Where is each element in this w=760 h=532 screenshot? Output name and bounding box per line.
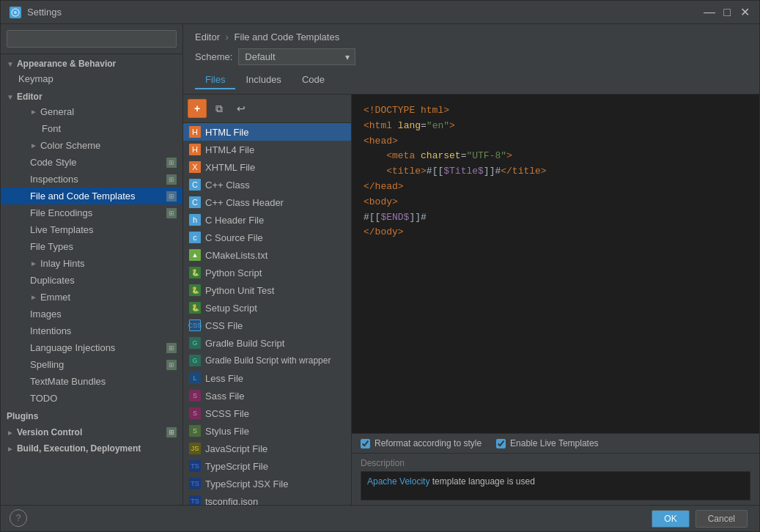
sidebar-item-inspections[interactable]: Inspections ⊞ xyxy=(1,171,182,188)
sidebar-item-language-injections[interactable]: Language Injections ⊞ xyxy=(1,339,182,356)
file-item-python-test[interactable]: 🐍 Python Unit Test xyxy=(183,281,351,299)
sidebar-item-images[interactable]: Images xyxy=(1,306,182,322)
file-icon-cpp-class: C xyxy=(189,179,201,191)
sidebar-item-live-templates[interactable]: Live Templates xyxy=(1,221,182,238)
scheme-select[interactable]: Default Project xyxy=(238,48,355,65)
file-label-sass: Sass File xyxy=(205,391,244,402)
app-icon xyxy=(10,7,21,18)
settings-icon-lang-inject: ⊞ xyxy=(166,343,177,353)
live-templates-option[interactable]: Enable Live Templates xyxy=(496,438,599,448)
search-box[interactable] xyxy=(1,24,182,54)
sidebar-label-build: Build, Execution, Deployment xyxy=(17,443,141,454)
file-item-js[interactable]: JS JavaScript File xyxy=(183,440,351,457)
live-templates-label: Enable Live Templates xyxy=(510,438,599,448)
scheme-label: Scheme: xyxy=(195,51,232,62)
file-label-xhtml: XHTML File xyxy=(205,162,255,173)
sidebar-item-plugins[interactable]: Plugins xyxy=(1,407,182,423)
code-line-2: <html lang="en"> xyxy=(364,119,748,134)
file-label-css: CSS File xyxy=(205,320,243,331)
description-text-suffix: template language is used xyxy=(429,476,534,487)
sidebar-item-general[interactable]: ► General xyxy=(1,103,182,120)
file-item-gradle[interactable]: G Gradle Build Script xyxy=(183,334,351,352)
file-label-tsconfig: tsconfig.json xyxy=(205,496,258,506)
file-label-c-header: C Header File xyxy=(205,215,264,226)
sidebar-item-textmate-bundles[interactable]: TextMate Bundles xyxy=(1,373,182,390)
file-item-html[interactable]: H HTML File xyxy=(183,123,351,141)
sidebar-item-version-control[interactable]: ► Version Control ⊞ xyxy=(1,423,182,439)
sidebar-label-file-encodings: File Encodings xyxy=(30,207,92,218)
search-input[interactable] xyxy=(7,30,177,48)
file-item-ts[interactable]: TS TypeScript File xyxy=(183,457,351,475)
sidebar-item-todo[interactable]: TODO xyxy=(1,390,182,407)
sidebar-item-keymap[interactable]: Keymap xyxy=(1,70,182,87)
sidebar-label-images: Images xyxy=(30,309,62,319)
file-label-stylus: Stylus File xyxy=(205,426,249,437)
file-item-c-header[interactable]: h C Header File xyxy=(183,211,351,229)
file-item-python-script[interactable]: 🐍 Python Script xyxy=(183,264,351,281)
sidebar-item-duplicates[interactable]: Duplicates xyxy=(1,272,182,289)
file-item-html4[interactable]: H HTML4 File xyxy=(183,141,351,158)
file-item-tsx[interactable]: TS TypeScript JSX File xyxy=(183,475,351,492)
file-item-setup[interactable]: 🐍 Setup Script xyxy=(183,299,351,317)
file-icon-python-test: 🐍 xyxy=(189,284,201,296)
sidebar-item-appearance[interactable]: ▼ Appearance & Behavior xyxy=(1,54,182,70)
sidebar-item-intentions[interactable]: Intentions xyxy=(1,322,182,339)
file-icon-xhtml: X xyxy=(189,161,201,173)
file-label-ts: TypeScript File xyxy=(205,461,268,472)
tab-includes[interactable]: Includes xyxy=(235,71,291,89)
settings-window: Settings — □ ✕ ▼ Appearance & Behavior K… xyxy=(0,0,760,532)
sidebar-item-emmet[interactable]: ► Emmet xyxy=(1,289,182,306)
settings-icon-vc: ⊞ xyxy=(166,427,177,437)
sidebar-item-file-types[interactable]: File Types xyxy=(1,238,182,255)
sidebar-label-version-control: Version Control xyxy=(17,427,82,437)
file-item-c-source[interactable]: c C Source File xyxy=(183,229,351,246)
sidebar-item-spelling[interactable]: Spelling ⊞ xyxy=(1,356,182,373)
file-item-stylus[interactable]: S Stylus File xyxy=(183,422,351,440)
tab-code[interactable]: Code xyxy=(292,71,335,89)
apache-velocity-link[interactable]: Apache Velocity xyxy=(367,476,429,487)
revert-template-button[interactable]: ↩ xyxy=(232,99,251,118)
file-item-tsconfig[interactable]: TS tsconfig.json xyxy=(183,492,351,505)
minimize-button[interactable]: — xyxy=(704,7,715,18)
sidebar-item-editor[interactable]: ▼ Editor xyxy=(1,87,182,103)
reformat-option[interactable]: Reformat according to style xyxy=(361,438,482,448)
main-content: ▼ Appearance & Behavior Keymap ▼ Editor … xyxy=(1,24,759,505)
settings-icon-file-encodings: ⊞ xyxy=(166,208,177,218)
breadcrumb-editor: Editor xyxy=(195,32,220,43)
file-item-less[interactable]: L Less File xyxy=(183,369,351,387)
sidebar-item-font[interactable]: Font xyxy=(1,120,182,137)
file-item-sass[interactable]: S Sass File xyxy=(183,387,351,404)
ok-button[interactable]: OK xyxy=(652,510,689,528)
live-templates-checkbox[interactable] xyxy=(496,439,506,448)
sidebar-label-file-and-code-templates: File and Code Templates xyxy=(30,191,136,202)
sidebar-item-inlay-hints[interactable]: ► Inlay Hints xyxy=(1,255,182,272)
file-list: H HTML File H HTML4 File X XHTML File xyxy=(183,123,351,505)
file-item-gradle-wrapper[interactable]: G Gradle Build Script with wrapper xyxy=(183,352,351,369)
sidebar-item-color-scheme[interactable]: ► Color Scheme xyxy=(1,137,182,154)
tab-files[interactable]: Files xyxy=(195,71,235,89)
sidebar: ▼ Appearance & Behavior Keymap ▼ Editor … xyxy=(1,24,183,505)
cancel-button[interactable]: Cancel xyxy=(696,510,748,528)
sidebar-item-build[interactable]: ► Build, Execution, Deployment xyxy=(1,439,182,455)
maximize-button[interactable]: □ xyxy=(721,7,733,18)
file-item-xhtml[interactable]: X XHTML File xyxy=(183,158,351,176)
code-editor[interactable]: <!DOCTYPE html> <html lang="en"> <head> … xyxy=(352,95,759,433)
sidebar-item-code-style[interactable]: Code Style ⊞ xyxy=(1,154,182,171)
sidebar-label-duplicates: Duplicates xyxy=(30,275,75,286)
file-icon-css: CSS xyxy=(189,319,201,331)
copy-template-button[interactable]: ⧉ xyxy=(210,99,229,118)
close-button[interactable]: ✕ xyxy=(739,7,750,18)
file-item-cpp-header[interactable]: C C++ Class Header xyxy=(183,193,351,211)
help-button[interactable]: ? xyxy=(10,509,27,527)
file-item-css[interactable]: CSS CSS File xyxy=(183,317,351,334)
file-item-scss[interactable]: S SCSS File xyxy=(183,404,351,422)
file-item-cmake[interactable]: ▲ CMakeLists.txt xyxy=(183,246,351,264)
file-icon-ts: TS xyxy=(189,460,201,472)
sidebar-item-file-encodings[interactable]: File Encodings ⊞ xyxy=(1,204,182,221)
reformat-checkbox[interactable] xyxy=(361,439,370,448)
add-template-button[interactable]: + xyxy=(188,99,207,118)
sidebar-item-file-and-code-templates[interactable]: File and Code Templates ⊞ xyxy=(1,188,182,204)
description-box: Apache Velocity template language is use… xyxy=(361,471,750,500)
expand-arrow-color-scheme: ► xyxy=(30,141,37,149)
file-item-cpp-class[interactable]: C C++ Class xyxy=(183,176,351,193)
